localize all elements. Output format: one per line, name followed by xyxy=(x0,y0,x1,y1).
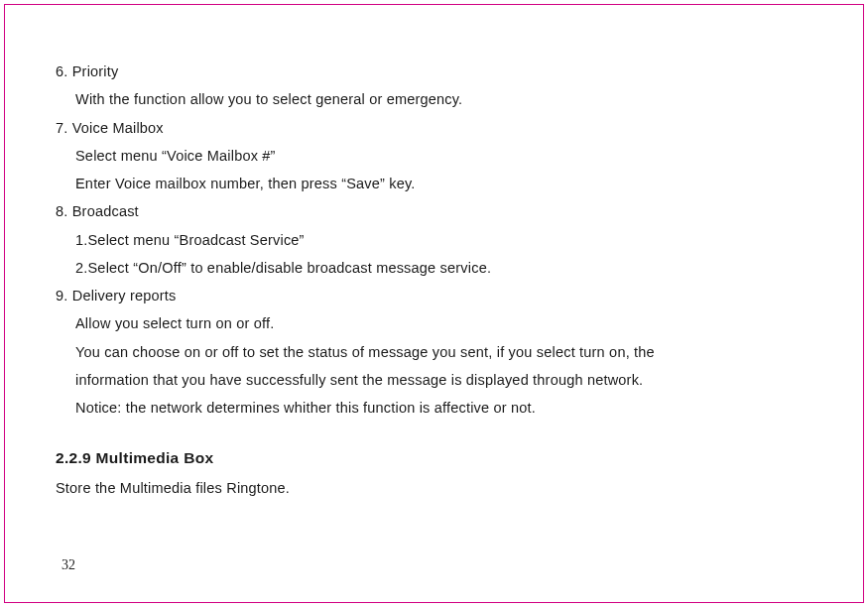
item-line: Select menu “Voice Mailbox #” xyxy=(56,142,828,170)
item-header: 7. Voice Mailbox xyxy=(56,114,828,142)
item-title: Voice Mailbox xyxy=(72,120,164,136)
list-item: 7. Voice Mailbox Select menu “Voice Mail… xyxy=(56,114,828,198)
item-line: With the function allow you to select ge… xyxy=(56,85,828,113)
item-title: Broadcast xyxy=(72,203,139,219)
item-line: 2.Select “On/Off” to enable/disable broa… xyxy=(56,254,828,282)
section-heading: 2.2.9 Multimedia Box xyxy=(56,443,828,473)
item-line: Notice: the network determines whither t… xyxy=(56,394,828,422)
item-title: Delivery reports xyxy=(72,288,177,304)
list-item: 9. Delivery reports Allow you select tur… xyxy=(56,282,828,422)
item-line: Allow you select turn on or off. xyxy=(56,309,828,337)
item-header: 8. Broadcast xyxy=(56,197,828,225)
list-item: 8. Broadcast 1.Select menu “Broadcast Se… xyxy=(56,197,828,282)
item-header: 9. Delivery reports xyxy=(56,282,828,309)
item-title: Priority xyxy=(72,63,119,79)
item-line: information that you have successfully s… xyxy=(56,366,828,394)
document-content: 6. Priority With the function allow you … xyxy=(56,58,828,502)
item-line: 1.Select menu “Broadcast Service” xyxy=(56,226,828,254)
list-item: 6. Priority With the function allow you … xyxy=(56,58,828,114)
section-body: Store the Multimedia files Ringtone. xyxy=(56,474,828,502)
item-header: 6. Priority xyxy=(56,58,828,85)
item-line: Enter Voice mailbox number, then press “… xyxy=(56,170,828,197)
page-number: 32 xyxy=(62,557,75,573)
item-line: You can choose on or off to set the stat… xyxy=(56,338,828,366)
